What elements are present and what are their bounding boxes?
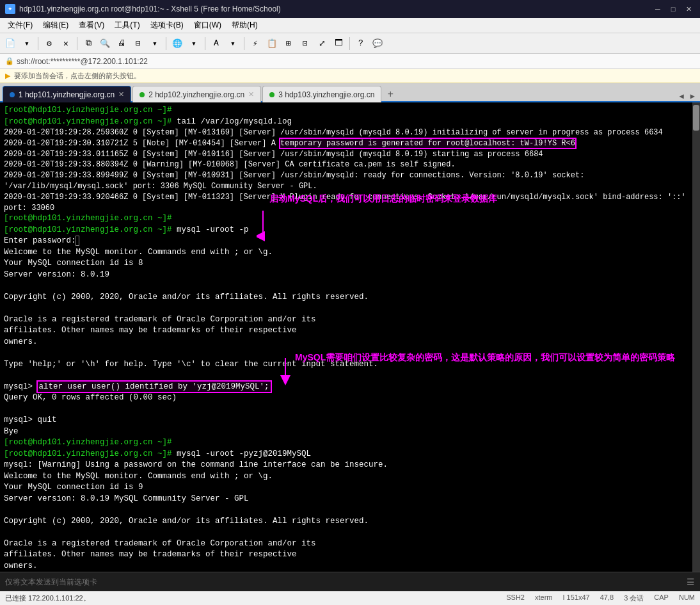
annotation-2-container: MySQL需要咱们设置比较复杂的密码，这是默认策略的原因，我们可以设置较为简单的… bbox=[279, 355, 292, 391]
menu-bar: 文件(F) 编辑(E) 查看(V) 工具(T) 选项卡(B) 窗口(W) 帮助(… bbox=[0, 18, 700, 33]
bottom-menu-button[interactable]: ☰ bbox=[687, 577, 695, 587]
lock-icon: 🔒 bbox=[5, 57, 14, 65]
terminal-line-7: 2020-01-20T19:29:33.899499Z 0 [System] [… bbox=[4, 170, 688, 192]
terminal-line-33: Your MySQL connection id is 9 bbox=[4, 482, 688, 494]
tab-2[interactable]: 2 hdp102.yinzhengjie.org.cn ✕ bbox=[132, 86, 261, 102]
toolbar-sep-5 bbox=[244, 37, 244, 50]
globe-button[interactable]: 🌐 bbox=[170, 36, 185, 51]
dropdown-button[interactable]: ▾ bbox=[19, 36, 35, 51]
tab-next-button[interactable]: ▶ bbox=[688, 90, 697, 102]
terminal-line-17 bbox=[4, 303, 688, 314]
vertical-scrollbar[interactable] bbox=[692, 102, 700, 572]
tab-navigation: ◀ ▶ bbox=[677, 90, 697, 102]
tab-1-close[interactable]: ✕ bbox=[118, 90, 124, 99]
toolbar-sep-2 bbox=[77, 37, 77, 50]
tab-3-label: 3 hdp103.yinzhengjie.org.cn bbox=[278, 90, 374, 99]
tab-prev-button[interactable]: ◀ bbox=[677, 90, 687, 102]
toolbar-sep-6 bbox=[349, 37, 350, 50]
menu-edit[interactable]: 编辑(E) bbox=[38, 19, 74, 32]
toolbar: 📄 ▾ ⚙ ✕ ⧉ 🔍 🖨 ⊟ ▾ 🌐 ▾ A ▾ ⚡ 📋 ⊞ ⊡ ⤢ 🗖 ? … bbox=[0, 33, 700, 54]
new-session-button[interactable]: 📄 bbox=[3, 36, 18, 51]
terminal-line-15 bbox=[4, 280, 688, 292]
toolbar-sep-4 bbox=[205, 37, 205, 50]
tab-2-close[interactable]: ✕ bbox=[248, 90, 254, 99]
quick-command-input[interactable] bbox=[5, 577, 681, 586]
terminal-line-32: Welcome to the MySQL monitor. Commands e… bbox=[4, 471, 688, 483]
tab-1-label: 1 hdp101.yinzhengjie.org.cn bbox=[19, 90, 115, 99]
info-bar: ▶ 要添加当前会话，点击左侧的箭头按钮。 bbox=[0, 69, 700, 83]
annotation-2-arrow bbox=[279, 355, 292, 387]
find-button[interactable]: 🔍 bbox=[97, 36, 113, 51]
terminal-line-13: Your MySQL connection id is 8 bbox=[4, 258, 688, 270]
minimize-button[interactable]: ─ bbox=[651, 4, 664, 14]
toolbar-btn-7[interactable]: ⚡ bbox=[248, 36, 263, 51]
toolbar-btn-9[interactable]: ⊞ bbox=[281, 36, 296, 51]
terminal-line-23 bbox=[4, 370, 688, 382]
window-controls: ─ □ ✕ bbox=[651, 4, 695, 14]
caps-lock-indicator: CAP bbox=[654, 593, 669, 603]
tab-2-label: 2 hdp102.yinzhengjie.org.cn bbox=[148, 90, 244, 99]
toolbar-btn-2[interactable]: ✕ bbox=[58, 36, 74, 51]
terminal-line-36: Copyright (c) 2000, 2020, Oracle and/or … bbox=[4, 516, 688, 528]
copy-button[interactable]: ⧉ bbox=[81, 36, 96, 51]
menu-tools[interactable]: 工具(T) bbox=[109, 19, 145, 32]
bottom-input-bar: ☰ bbox=[0, 572, 700, 591]
toolbar-btn-12[interactable]: 🗖 bbox=[331, 36, 346, 51]
terminal-line-4: 2020-01-20T19:29:30.310721Z 5 [Note] [MY… bbox=[4, 138, 688, 149]
tab-1-dot bbox=[10, 92, 15, 97]
address-bar: 🔒 ssh://root:**********@172.200.1.101:22 bbox=[0, 54, 700, 69]
terminal-line-16: Copyright (c) 2000, 2020, Oracle and/or … bbox=[4, 292, 688, 303]
toolbar-btn-8[interactable]: 📋 bbox=[264, 36, 280, 51]
terminal-line-18: Oracle is a registered trademark of Orac… bbox=[4, 314, 688, 326]
tab-3[interactable]: 3 hdp103.yinzhengjie.org.cn bbox=[262, 86, 381, 102]
toolbar-sep-3 bbox=[166, 37, 166, 50]
toolbar-btn-6[interactable]: ▾ bbox=[225, 36, 241, 51]
annotation-1-arrow bbox=[257, 204, 436, 255]
terminal-line-34: Server version: 8.0.19 MySQL Community S… bbox=[4, 494, 688, 505]
tab-1[interactable]: 1 hdp101.yinzhengjie.org.cn ✕ bbox=[3, 86, 131, 102]
terminal-line-24: mysql> alter user user() identified by '… bbox=[4, 382, 688, 393]
toolbar-btn-4[interactable]: ▾ bbox=[147, 36, 163, 51]
ssh-protocol: SSH2 bbox=[506, 593, 525, 603]
terminal-line-25: Query OK, 0 rows affected (0.00 sec) bbox=[4, 392, 688, 404]
maximize-button[interactable]: □ bbox=[667, 4, 680, 14]
terminal-content: [root@hdp101.yinzhengjie.org.cn ~]# [roo… bbox=[4, 105, 688, 572]
terminal-line-31: mysql: [Warning] Using a password on the… bbox=[4, 460, 688, 471]
terminal-line-26 bbox=[4, 404, 688, 415]
menu-file[interactable]: 文件(F) bbox=[3, 19, 38, 32]
menu-tab[interactable]: 选项卡(B) bbox=[145, 19, 189, 32]
terminal-size: Ι 151x47 bbox=[562, 593, 589, 603]
terminal-line-19: affiliates. Other names may be trademark… bbox=[4, 325, 688, 337]
annotation-1-container: 启动MySQL后，我们可以用日志的临时密码来登录数据库 bbox=[257, 204, 436, 260]
terminal[interactable]: [root@hdp101.yinzhengjie.org.cn ~]# [roo… bbox=[0, 102, 692, 572]
terminal-line-1: [root@hdp101.yinzhengjie.org.cn ~]# bbox=[4, 105, 688, 117]
connection-status: 已连接 172.200.1.101:22。 bbox=[5, 593, 496, 603]
scrollbar-thumb[interactable] bbox=[693, 105, 699, 131]
terminal-line-20: owners. bbox=[4, 337, 688, 348]
toolbar-btn-3[interactable]: ⊟ bbox=[131, 36, 146, 51]
terminal-line-28: Bye bbox=[4, 426, 688, 438]
terminal-line-38: Oracle is a registered trademark of Orac… bbox=[4, 538, 688, 550]
terminal-line-5: 2020-01-20T19:29:33.011165Z 0 [System] [… bbox=[4, 149, 688, 160]
terminal-line-40: owners. bbox=[4, 561, 688, 572]
toolbar-btn-5[interactable]: ▾ bbox=[186, 36, 202, 51]
toolbar-btn-10[interactable]: ⊡ bbox=[298, 36, 313, 51]
close-button[interactable]: ✕ bbox=[682, 4, 695, 14]
menu-view[interactable]: 查看(V) bbox=[74, 19, 109, 32]
cursor-position: 47,8 bbox=[600, 593, 614, 603]
tab-add-button[interactable]: + bbox=[383, 87, 398, 102]
menu-help[interactable]: 帮助(H) bbox=[227, 19, 263, 32]
font-button[interactable]: A bbox=[209, 36, 224, 51]
window-title: hdp101.yinzhengjie.org.cn root@hdp101:~ … bbox=[19, 4, 651, 13]
app-icon: ✦ bbox=[5, 4, 15, 14]
num-lock-indicator: NUM bbox=[679, 593, 695, 603]
help-button[interactable]: ? bbox=[353, 36, 369, 51]
menu-window[interactable]: 窗口(W) bbox=[189, 19, 227, 32]
terminal-line-14: Server version: 8.0.19 bbox=[4, 270, 688, 281]
terminal-wrapper: [root@hdp101.yinzhengjie.org.cn ~]# [roo… bbox=[0, 102, 700, 572]
toolbar-btn-11[interactable]: ⤢ bbox=[314, 36, 330, 51]
print-button[interactable]: 🖨 bbox=[114, 36, 129, 51]
properties-button[interactable]: ⚙ bbox=[42, 36, 57, 51]
comment-button[interactable]: 💬 bbox=[370, 36, 385, 51]
terminal-line-2: [root@hdp101.yinzhengjie.org.cn ~]# tail… bbox=[4, 117, 688, 128]
